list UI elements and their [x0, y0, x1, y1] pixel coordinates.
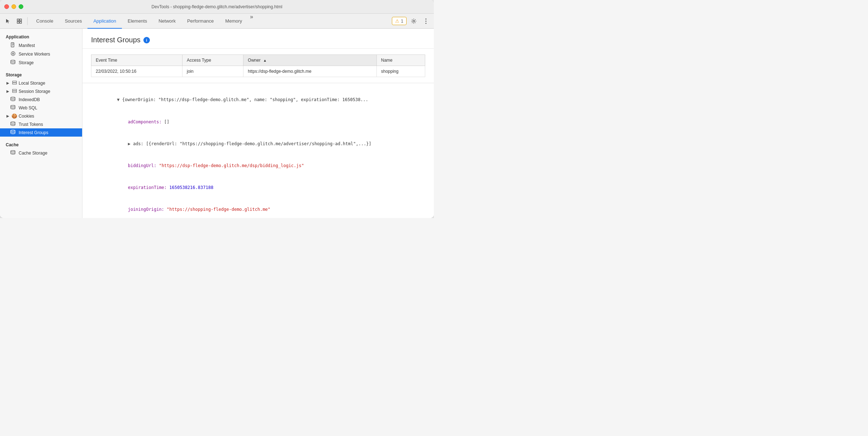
more-options-button[interactable] — [421, 16, 431, 26]
svg-point-20 — [11, 151, 15, 152]
svg-point-17 — [11, 105, 15, 107]
maximize-button[interactable] — [19, 4, 23, 9]
col-name[interactable]: Name — [376, 55, 425, 66]
storage-app-label: Storage — [19, 60, 34, 65]
sidebar-item-session-storage[interactable]: ▶ Session Storage — [0, 87, 82, 95]
sidebar-item-web-sql[interactable]: Web SQL — [0, 104, 82, 112]
svg-rect-0 — [17, 19, 19, 21]
val-joiningOrigin: "https://shopping-fledge-demo.glitch.me" — [167, 207, 270, 212]
table-row[interactable]: 22/03/2022, 10:50:16 join https://dsp-fl… — [91, 66, 425, 77]
sidebar: Application Manifest Service Workers Sto… — [0, 29, 82, 218]
service-workers-label: Service Workers — [19, 52, 50, 57]
settings-icon-button[interactable] — [409, 16, 419, 26]
col-event-time[interactable]: Event Time — [91, 55, 182, 66]
inspect-icon — [16, 18, 22, 24]
svg-point-5 — [426, 18, 427, 19]
val-biddingUrl: "https://dsp-fledge-demo.glitch.me/dsp/b… — [159, 163, 304, 168]
svg-rect-3 — [20, 22, 22, 23]
more-options-icon — [425, 18, 427, 24]
cell-event-time: 22/03/2022, 10:50:16 — [91, 66, 182, 77]
col-owner[interactable]: Owner ▲ — [243, 55, 376, 66]
svg-point-10 — [12, 53, 14, 54]
svg-point-7 — [426, 23, 427, 24]
cursor-icon — [5, 18, 11, 24]
tab-memory[interactable]: Memory — [219, 14, 248, 29]
cookies-arrow: ▶ — [6, 114, 10, 118]
expand-tri-0[interactable]: ▼ — [117, 97, 122, 102]
minimize-button[interactable] — [11, 4, 16, 9]
cell-access-type: join — [182, 66, 243, 77]
trust-tokens-label: Trust Tokens — [19, 122, 43, 127]
svg-point-16 — [11, 97, 15, 99]
detail-row-1: adComponents: [] — [91, 111, 425, 133]
val-ads: ads: [{renderUrl: "https://shopping-fled… — [133, 141, 371, 146]
toolbar-tabs: Console Sources Application Elements Net… — [30, 14, 390, 28]
web-sql-label: Web SQL — [19, 105, 37, 110]
toolbar-right: ⚠ 1 — [392, 16, 431, 26]
tab-sources[interactable]: Sources — [59, 14, 88, 29]
sidebar-section-application: Application — [0, 32, 82, 41]
tab-console[interactable]: Console — [30, 14, 59, 29]
svg-rect-1 — [20, 19, 22, 21]
local-storage-label: Local Storage — [19, 81, 45, 86]
close-button[interactable] — [4, 4, 9, 9]
local-storage-icon — [11, 80, 17, 86]
sidebar-item-local-storage[interactable]: ▶ Local Storage — [0, 79, 82, 87]
traffic-lights — [4, 4, 23, 9]
svg-rect-15 — [13, 91, 16, 93]
svg-rect-14 — [13, 89, 16, 91]
key-biddingUrl: biddingUrl: — [123, 163, 159, 168]
svg-rect-13 — [13, 83, 16, 84]
window-title: DevTools - shopping-fledge-demo.glitch.m… — [152, 4, 283, 9]
ig-title: Interest Groups — [91, 36, 141, 44]
svg-rect-2 — [17, 22, 19, 23]
warning-icon: ⚠ — [395, 18, 399, 24]
session-storage-icon — [11, 89, 17, 94]
svg-point-18 — [11, 122, 15, 123]
title-bar: DevTools - shopping-fledge-demo.glitch.m… — [0, 0, 434, 14]
detail-row-4: expirationTime: 1650538216.837188 — [91, 177, 425, 199]
web-sql-icon — [10, 105, 16, 110]
col-access-type[interactable]: Access Type — [182, 55, 243, 66]
more-tabs-button[interactable]: » — [248, 14, 255, 28]
tab-performance[interactable]: Performance — [181, 14, 219, 29]
tab-application[interactable]: Application — [87, 14, 122, 29]
inspect-icon-button[interactable] — [14, 16, 24, 26]
detail-row-0: ▼ {ownerOrigin: "https://dsp-fledge-demo… — [91, 89, 425, 111]
sidebar-item-indexeddb[interactable]: IndexedDB — [0, 95, 82, 104]
storage-app-icon — [10, 60, 16, 65]
cookies-label: Cookies — [19, 114, 34, 119]
expand-tri-2[interactable]: ▶ — [123, 141, 133, 146]
sidebar-item-cookies[interactable]: ▶ 🍪 Cookies — [0, 112, 82, 120]
service-workers-icon — [10, 51, 16, 57]
manifest-label: Manifest — [19, 43, 35, 48]
cookies-icon: 🍪 — [11, 113, 17, 119]
svg-rect-12 — [13, 81, 16, 82]
val-expirationTime: 1650538216.837188 — [169, 185, 213, 190]
val-adComponents: [] — [164, 119, 169, 124]
key-joiningOrigin: joiningOrigin: — [123, 207, 167, 212]
tab-elements[interactable]: Elements — [122, 14, 153, 29]
manifest-icon — [10, 42, 16, 48]
sidebar-item-service-workers[interactable]: Service Workers — [0, 50, 82, 58]
svg-point-9 — [11, 52, 15, 56]
interest-groups-label: Interest Groups — [19, 130, 48, 135]
devtools-window: DevTools - shopping-fledge-demo.glitch.m… — [0, 0, 434, 218]
tab-network[interactable]: Network — [153, 14, 181, 29]
warning-badge[interactable]: ⚠ 1 — [392, 17, 407, 25]
key-adComponents: adComponents: — [123, 119, 164, 124]
main-content: Application Manifest Service Workers Sto… — [0, 29, 434, 218]
detail-row-2: ▶ ads: [{renderUrl: "https://shopping-fl… — [91, 133, 425, 155]
trust-tokens-icon — [10, 122, 16, 127]
cursor-icon-button[interactable] — [3, 16, 13, 26]
sidebar-item-cache-storage[interactable]: Cache Storage — [0, 149, 82, 157]
detail-view[interactable]: ▼ {ownerOrigin: "https://dsp-fledge-demo… — [82, 83, 434, 218]
info-icon[interactable]: i — [143, 37, 150, 43]
sidebar-item-storage-app[interactable]: Storage — [0, 58, 82, 67]
sidebar-item-interest-groups[interactable]: Interest Groups — [0, 128, 82, 137]
session-storage-arrow: ▶ — [6, 89, 10, 93]
svg-point-6 — [426, 20, 427, 22]
content-area: Interest Groups i Event Time Access Type… — [82, 29, 434, 218]
sidebar-item-manifest[interactable]: Manifest — [0, 41, 82, 50]
sidebar-item-trust-tokens[interactable]: Trust Tokens — [0, 120, 82, 128]
